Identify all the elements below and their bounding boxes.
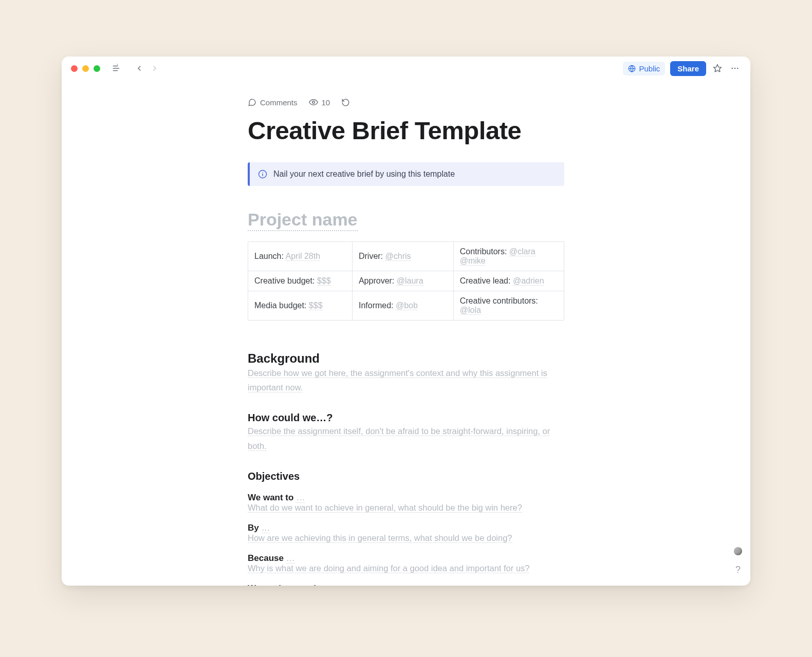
- project-name-field[interactable]: Project name: [248, 209, 358, 232]
- views-count: 10: [322, 98, 330, 107]
- table-row: Creative budget: $$$ Approver: @laura Cr…: [248, 271, 564, 291]
- objective-because[interactable]: Because …: [248, 553, 564, 564]
- creative-contributors-cell[interactable]: Creative contributors: @lola: [453, 291, 564, 321]
- nav-forward-button[interactable]: [149, 62, 161, 74]
- nav-arrows: [133, 62, 161, 74]
- svg-point-6: [731, 68, 733, 69]
- document-viewport: Comments 10 Creative Brief Template Nail…: [62, 80, 750, 586]
- info-icon: [258, 170, 267, 179]
- refresh-icon: [341, 98, 350, 107]
- comments-button[interactable]: Comments: [248, 98, 298, 107]
- callout-text: Nail your next creative brief by using t…: [273, 170, 455, 179]
- objective-by[interactable]: By …: [248, 523, 564, 533]
- brief-meta-table: Launch: April 28th Driver: @chris Contri…: [248, 241, 564, 321]
- launch-cell[interactable]: Launch: April 28th: [248, 242, 353, 271]
- how-could-we-prompt[interactable]: Describe the assignment itself, don't be…: [248, 426, 550, 450]
- svg-marker-5: [714, 65, 722, 72]
- visibility-label: Public: [639, 64, 660, 73]
- titlebar: Public Share: [62, 57, 750, 80]
- toggle-sidebar-button[interactable]: [110, 62, 123, 74]
- titlebar-left: [71, 62, 161, 74]
- objective-we-want-to[interactable]: We want to …: [248, 493, 564, 503]
- creative-budget-cell[interactable]: Creative budget: $$$: [248, 271, 353, 291]
- svg-point-12: [262, 172, 263, 173]
- globe-icon: [628, 65, 636, 72]
- star-icon: [713, 64, 722, 73]
- comment-icon: [248, 98, 256, 107]
- svg-point-9: [312, 101, 315, 104]
- objectives-heading[interactable]: Objectives: [248, 471, 564, 482]
- theme-toggle[interactable]: [734, 547, 742, 555]
- window-controls: [71, 65, 100, 72]
- media-budget-cell[interactable]: Media budget: $$$: [248, 291, 353, 321]
- info-callout[interactable]: Nail your next creative brief by using t…: [248, 162, 564, 186]
- eye-icon: [309, 98, 318, 107]
- views-indicator[interactable]: 10: [309, 98, 330, 107]
- document-body[interactable]: Comments 10 Creative Brief Template Nail…: [248, 80, 564, 586]
- share-button-label: Share: [677, 64, 699, 73]
- driver-cell[interactable]: Driver: @chris: [352, 242, 453, 271]
- floating-controls: ?: [734, 547, 742, 575]
- more-icon: [730, 64, 740, 73]
- svg-point-7: [734, 68, 736, 69]
- svg-point-8: [737, 68, 739, 69]
- visibility-chip[interactable]: Public: [623, 62, 665, 76]
- background-prompt[interactable]: Describe how we got here, the assignment…: [248, 368, 547, 392]
- nav-back-button[interactable]: [133, 62, 145, 74]
- comments-label: Comments: [260, 98, 298, 107]
- contributors-cell[interactable]: Contributors: @clara @mike: [453, 242, 564, 271]
- close-window-button[interactable]: [71, 65, 78, 72]
- page-title[interactable]: Creative Brief Template: [248, 117, 564, 145]
- how-could-we-heading[interactable]: How could we…?: [248, 412, 564, 424]
- share-button[interactable]: Share: [670, 61, 706, 76]
- help-button[interactable]: ?: [735, 565, 741, 575]
- titlebar-right: Public Share: [623, 61, 741, 76]
- favorite-button[interactable]: [711, 62, 724, 74]
- background-heading[interactable]: Background: [248, 351, 564, 366]
- informed-cell[interactable]: Informed: @bob: [352, 291, 453, 321]
- objective-prompt[interactable]: What do we want to achieve in general, w…: [248, 503, 522, 513]
- doc-meta-row: Comments 10: [248, 98, 564, 107]
- objective-prompt[interactable]: Why is what we are doing and aiming for …: [248, 564, 529, 573]
- maximize-window-button[interactable]: [94, 65, 100, 72]
- app-window: Public Share Comments 10: [62, 57, 750, 586]
- creative-lead-cell[interactable]: Creative lead: @adrien: [453, 271, 564, 291]
- approver-cell[interactable]: Approver: @laura: [352, 271, 453, 291]
- objective-prompt[interactable]: How are we achieving this in general ter…: [248, 533, 512, 543]
- table-row: Media budget: $$$ Informed: @bob Creativ…: [248, 291, 564, 321]
- minimize-window-button[interactable]: [82, 65, 89, 72]
- refresh-button[interactable]: [341, 98, 350, 107]
- more-menu-button[interactable]: [729, 62, 741, 74]
- table-row: Launch: April 28th Driver: @chris Contri…: [248, 242, 564, 271]
- objective-happy-when[interactable]: We are happy when …: [248, 584, 564, 586]
